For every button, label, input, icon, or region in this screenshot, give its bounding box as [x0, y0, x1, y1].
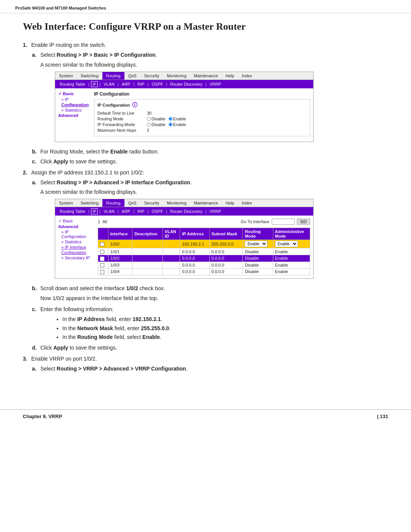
ui2-nav-bar: System Switching Routing QoS Security Mo…: [55, 199, 313, 207]
ui2-th-ip-address[interactable]: IP Address: [180, 228, 209, 240]
ui2-th-admin-mode[interactable]: AdministrativeMode: [273, 228, 310, 240]
ui2-row0-checkbox[interactable]: [98, 240, 108, 248]
ui1-sub-routing-table[interactable]: Routing Table: [58, 81, 87, 87]
ui2-row0-admin[interactable]: EnableDisable: [273, 240, 310, 248]
bullet-network-mask: In the Network Mask field, enter 255.255…: [62, 324, 388, 333]
ui1-sub-ip[interactable]: IP: [91, 81, 98, 87]
footer-chapter: Chapter 9. VRRP: [23, 414, 62, 419]
ui2-sidebar-ip-interface-config[interactable]: Configuration: [58, 250, 93, 255]
ui2-row4-interface: 1/0/4: [108, 268, 132, 275]
ui2-row2-description: [132, 255, 163, 262]
ui2-nav-routing[interactable]: Routing: [102, 199, 124, 207]
ui1-sub-arp[interactable]: ARP: [120, 81, 132, 87]
ui1-nav-routing[interactable]: Routing: [102, 72, 124, 80]
step-2a-caption: A screen similar to the following displa…: [40, 189, 388, 195]
ui1-sub-router-discovery[interactable]: Router Discovery: [169, 81, 204, 87]
ui2-sub-router-discovery[interactable]: Router Discovery: [169, 209, 204, 214]
ui2-nav-qos[interactable]: QoS: [124, 199, 140, 207]
ui-mockup-1: System Switching Routing QoS Security Mo…: [55, 72, 314, 142]
page-footer: Chapter 9. VRRP | 131: [0, 409, 411, 423]
ui1-disable-radio[interactable]: Disable: [147, 117, 166, 121]
ui2-sidebar-statistics[interactable]: » Statistics: [58, 240, 93, 244]
step-1a-label: a.: [32, 52, 40, 58]
ui1-enable-radio[interactable]: Enable: [169, 117, 186, 121]
step-2b-text: Scroll down and select the Interface 1/0…: [40, 284, 165, 292]
ui2-sub-rip[interactable]: RIP: [136, 209, 146, 214]
ui1-nav-help[interactable]: Help: [222, 72, 238, 80]
ui2-th-description[interactable]: Description: [132, 228, 163, 240]
ui1-sub-vlan[interactable]: VLAN: [102, 81, 116, 87]
step-2a-row: a. Select Routing > IP > Advanced > IP I…: [32, 178, 388, 187]
ui2-sub-ip[interactable]: IP: [91, 208, 98, 214]
step-1a-row: a. Select Routing > IP > Basic > IP Conf…: [32, 51, 388, 59]
ui2-sub-ospf[interactable]: OSPF: [150, 209, 165, 214]
ui2-th-subnet-mask[interactable]: Subnet Mask: [209, 228, 243, 240]
step-1c: c. Click Apply to save the settings.: [32, 157, 388, 166]
ui2-nav-security[interactable]: Security: [140, 199, 163, 207]
ui1-field-max-hops: Maximum Next Hops 2: [97, 128, 307, 133]
ui1-sidebar-basic[interactable]: ✓ Basic: [58, 91, 89, 96]
ui1-sidebar-configuration[interactable]: Configuration: [58, 102, 89, 107]
ui2-sidebar-ip-interface[interactable]: » IP Interface: [58, 245, 93, 249]
ui2-th-checkbox: [98, 228, 108, 240]
ui2-row0-description: [132, 240, 163, 248]
ui1-ttl-value: 30: [147, 111, 151, 115]
ui2-nav-index[interactable]: Index: [238, 199, 256, 207]
ui1-sub-vrrp[interactable]: VRRP: [208, 81, 223, 87]
ui2-sidebar-ip-config[interactable]: » IP Configuration: [58, 230, 93, 239]
ui2-row3-checkbox[interactable]: [98, 262, 108, 268]
ui1-sub-ospf[interactable]: OSPF: [150, 81, 165, 87]
ui1-nav-switching[interactable]: Switching: [77, 72, 102, 80]
ui2-nav-help[interactable]: Help: [222, 199, 238, 207]
ui2-sidebar: ✓ Basic Advanced » IP Configuration » St…: [58, 219, 96, 275]
step-1c-row: c. Click Apply to save the settings.: [32, 157, 388, 166]
ui1-nav-qos[interactable]: QoS: [124, 72, 140, 80]
header-text: ProSafe M4100 and M7100 Managed Switches: [15, 6, 106, 10]
step-2a: a. Select Routing > IP > Advanced > IP I…: [32, 178, 388, 279]
ui1-nav-maintenance[interactable]: Maintenance: [190, 72, 222, 80]
ui1-nav-security[interactable]: Security: [140, 72, 163, 80]
ui1-sidebar-ip[interactable]: » IP: [58, 97, 89, 102]
ui2-sub-vrrp[interactable]: VRRP: [208, 209, 223, 214]
step-2a-label: a.: [32, 179, 40, 185]
ui2-nav-system[interactable]: System: [55, 199, 77, 207]
table-row: 1/0/2 192.150.2.1 255.255.0.0 EnableDisa…: [98, 240, 310, 248]
ui2-row4-checkbox[interactable]: [98, 268, 108, 275]
ui1-sidebar-advanced[interactable]: Advanced: [58, 113, 89, 118]
ui2-nav-switching[interactable]: Switching: [77, 199, 102, 207]
ui1-fwd-disable-radio[interactable]: Disable: [147, 122, 166, 127]
ui2-nav-maintenance[interactable]: Maintenance: [190, 199, 222, 207]
ui1-fwd-enable-radio[interactable]: Enable: [169, 122, 186, 127]
ui2-th-interface[interactable]: Interface: [108, 228, 132, 240]
step-3a-text: Select Routing > VRRP > Advanced > VRRP …: [40, 364, 188, 373]
ui2-sidebar-basic[interactable]: ✓ Basic: [58, 219, 93, 224]
ui2-sub-vlan[interactable]: VLAN: [102, 209, 116, 214]
ui1-ip-forwarding-radios: Disable Enable: [147, 122, 186, 127]
step-2-row: 2. Assign the IP address 192.150.2.1 to …: [23, 168, 388, 177]
ui2-sub-routing-table[interactable]: Routing Table: [58, 209, 87, 214]
ui2-row1-routing: Disable: [243, 248, 273, 255]
ui1-nav-system[interactable]: System: [55, 72, 77, 80]
ui2-sidebar-secondary-ip[interactable]: » Secondary IP: [58, 256, 93, 260]
ui2-goto-input[interactable]: [272, 219, 295, 225]
ui2-th-vlan-id[interactable]: VLANID: [162, 228, 180, 240]
ui1-sidebar-statistics[interactable]: » Statistics: [58, 108, 89, 112]
ui2-row1-checkbox[interactable]: [98, 248, 108, 255]
ui2-th-routing-mode[interactable]: RoutingMode: [243, 228, 273, 240]
ui2-row2-checkbox[interactable]: [98, 255, 108, 262]
ui2-row0-routing[interactable]: EnableDisable: [243, 240, 273, 248]
step-2d-text: Click Apply to save the settings.: [40, 343, 117, 352]
ui1-field-ttl: Default Time to Live 30: [97, 111, 307, 115]
step-2d: d. Click Apply to save the settings.: [32, 343, 388, 352]
step-3a-row: a. Select Routing > VRRP > Advanced > VR…: [32, 364, 388, 373]
ui2-sub-arp[interactable]: ARP: [120, 209, 132, 214]
ui1-nav-index[interactable]: Index: [238, 72, 256, 80]
ui1-nav-monitoring[interactable]: Monitoring: [163, 72, 190, 80]
ui2-go-button[interactable]: GO: [297, 219, 310, 225]
ui1-sub-rip[interactable]: RIP: [136, 81, 146, 87]
ui2-sidebar-advanced[interactable]: Advanced: [58, 224, 93, 229]
ui2-row3-routing: Disable: [243, 262, 273, 268]
ui2-nav-monitoring[interactable]: Monitoring: [163, 199, 190, 207]
ui2-row3-admin: Enable: [273, 262, 310, 268]
ui1-routing-mode-radios: Disable Enable: [147, 117, 186, 121]
